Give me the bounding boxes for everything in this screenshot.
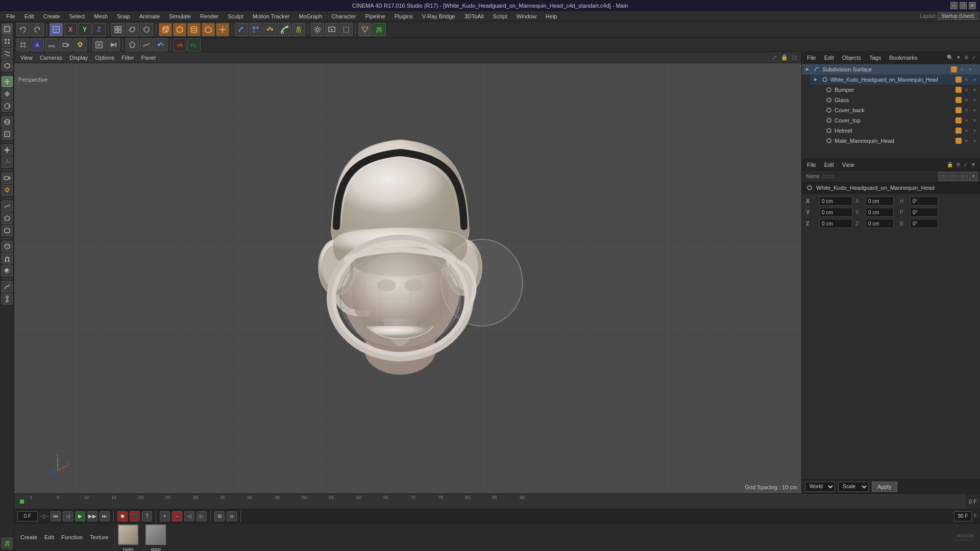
attr-y-val-input[interactable] (866, 208, 894, 217)
keyframe-nav-left[interactable]: ◁ (184, 511, 194, 521)
obj-menu-bookmarks[interactable]: Bookmarks (887, 54, 919, 62)
obj-settings-icon[interactable]: ⚙ (963, 55, 970, 60)
mat-menu-create[interactable]: Create (17, 533, 40, 541)
undo-button[interactable] (16, 23, 30, 36)
object-item-mannequin-head[interactable]: Male_Mannequin_Head ✕ ✕ (816, 136, 980, 146)
render-region-btn[interactable] (339, 23, 353, 36)
polygon-obj-btn[interactable] (202, 23, 215, 36)
attr-y-pos-input[interactable] (819, 208, 852, 217)
attr-z-pos-input[interactable] (819, 219, 852, 228)
obj-menu-objects[interactable]: Objects (840, 54, 863, 62)
scene-floor-btn[interactable] (45, 38, 58, 52)
obj-search-icon[interactable]: 🔍 (946, 55, 954, 60)
python-btn[interactable] (2, 538, 13, 549)
scene-grid-btn[interactable] (16, 38, 30, 52)
scale-tool-btn[interactable] (2, 88, 13, 99)
menu-sculpt[interactable]: Sculpt (224, 12, 248, 20)
playback-extra-1[interactable]: ⧉ (214, 511, 225, 521)
object-item-helmet[interactable]: Helmet ✕ ✕ (816, 126, 980, 136)
attr-tb-btn-1[interactable]: □ (938, 172, 947, 181)
attr-tb-btn-4[interactable]: ▼ (969, 172, 978, 181)
menu-3dtoall[interactable]: 3DToAll (460, 12, 488, 20)
object-item-bumper[interactable]: Bumper ✕ ✕ (816, 85, 980, 95)
array-btn[interactable] (249, 23, 262, 36)
vray-icon[interactable] (358, 23, 372, 36)
material-btn[interactable] (2, 265, 13, 277)
spline-btn[interactable] (2, 201, 13, 212)
frame-start-input[interactable] (17, 511, 38, 521)
menu-create[interactable]: Create (39, 12, 64, 20)
object-item-cover-top[interactable]: Cover_top ✕ ✕ (816, 115, 980, 126)
question-btn[interactable]: ? (142, 511, 152, 521)
y-axis-btn[interactable]: Y (78, 23, 91, 36)
sphere-btn[interactable] (173, 23, 186, 36)
lasso-select-btn[interactable] (126, 23, 139, 36)
attr-p-input[interactable] (910, 208, 938, 217)
playback-extra-2[interactable]: ⧈ (227, 511, 237, 521)
keyframe-add-btn[interactable]: + (160, 511, 170, 521)
obj-filter-icon[interactable]: ▼ (955, 55, 962, 60)
attr-tb-btn-3[interactable]: □ (959, 172, 968, 181)
viewport-menu-filter[interactable]: Filter (118, 54, 137, 62)
sculpt-btn[interactable] (2, 281, 13, 292)
menu-file[interactable]: File (2, 12, 19, 20)
viewport-expand-icon[interactable]: ⤢ (771, 54, 778, 61)
scene-object-btn[interactable] (126, 38, 139, 52)
attr-h-input[interactable] (910, 196, 938, 206)
snap-btn[interactable] (2, 144, 13, 156)
viewport-menu-cameras[interactable]: Cameras (37, 54, 66, 62)
scene-camera-btn[interactable] (59, 38, 72, 52)
menu-vray[interactable]: V-Ray Bridge (418, 12, 459, 20)
go-start-btn[interactable]: ⏮ (51, 511, 61, 521)
viewport-menu-panel[interactable]: Panel (138, 54, 159, 62)
model-mode-btn[interactable] (50, 23, 63, 36)
timeline-ruler[interactable]: 0 5 10 15 20 25 30 35 40 45 50 55 60 65 … (30, 494, 966, 509)
menu-mesh[interactable]: Mesh (90, 12, 112, 20)
attr-menu-edit[interactable]: Edit (822, 161, 836, 169)
play-forward-btn[interactable]: ▶▶ (87, 511, 97, 521)
bumper-vis-dot[interactable] (955, 87, 962, 93)
mode-model-btn[interactable] (2, 23, 13, 35)
close-button[interactable]: ✕ (969, 2, 976, 9)
minimize-button[interactable]: ─ (950, 2, 958, 9)
menu-edit[interactable]: Edit (20, 12, 38, 20)
step-back-btn[interactable]: ◁ (63, 511, 73, 521)
cube-btn[interactable] (159, 23, 172, 36)
attr-menu-file[interactable]: File (805, 161, 818, 169)
material-item-plast[interactable]: plast (145, 524, 166, 545)
object-item-cover-back[interactable]: Cover_back ✕ ✕ (816, 105, 980, 115)
scene-vray-btn[interactable]: VR (173, 38, 186, 52)
menu-mograph[interactable]: MoGraph (295, 12, 326, 20)
cover-back-vis-dot[interactable] (955, 107, 962, 113)
viewport-lock-icon[interactable]: 🔒 (779, 54, 790, 61)
mograph-clone-btn[interactable] (263, 23, 277, 36)
scene-mograph-btn[interactable] (154, 38, 167, 52)
null-btn[interactable] (216, 23, 229, 36)
viewport-menu-view[interactable]: View (17, 54, 36, 62)
deformer-btn[interactable] (2, 225, 13, 236)
attr-icon-2[interactable]: □ (827, 173, 830, 179)
x-axis-btn[interactable]: X (64, 23, 77, 36)
menu-render[interactable]: Render (196, 12, 223, 20)
scene-render-all-btn[interactable] (107, 38, 120, 52)
light-btn[interactable] (2, 185, 13, 196)
obj-menu-edit[interactable]: Edit (822, 54, 836, 62)
paint-select-btn[interactable] (140, 23, 153, 36)
obj-checkmark-icon[interactable]: ✓ (971, 55, 977, 60)
material-thumb-helm[interactable] (118, 524, 138, 545)
subdivision-btn[interactable] (278, 23, 291, 36)
keyframe-nav-right[interactable]: ▷ (197, 511, 207, 521)
mode-polygons-btn[interactable] (2, 60, 13, 71)
camera-btn[interactable] (2, 172, 13, 184)
object-item-subdivision[interactable]: Subdivision Surface ✕ ✕ ··· (802, 64, 980, 74)
attr-b-input[interactable] (910, 219, 938, 228)
mode-edges-btn[interactable] (2, 48, 13, 59)
mannequin-vis-dot[interactable] (955, 138, 962, 144)
move-tool-btn[interactable] (2, 76, 13, 87)
bend-deformer-btn[interactable] (235, 23, 248, 36)
menu-pipeline[interactable]: Pipeline (361, 12, 389, 20)
scale-mode-select[interactable]: Scale Size (838, 482, 869, 492)
glass-vis-dot[interactable] (955, 97, 962, 103)
cylinder-btn[interactable] (187, 23, 201, 36)
material-item-helm[interactable]: Helm (118, 524, 138, 545)
